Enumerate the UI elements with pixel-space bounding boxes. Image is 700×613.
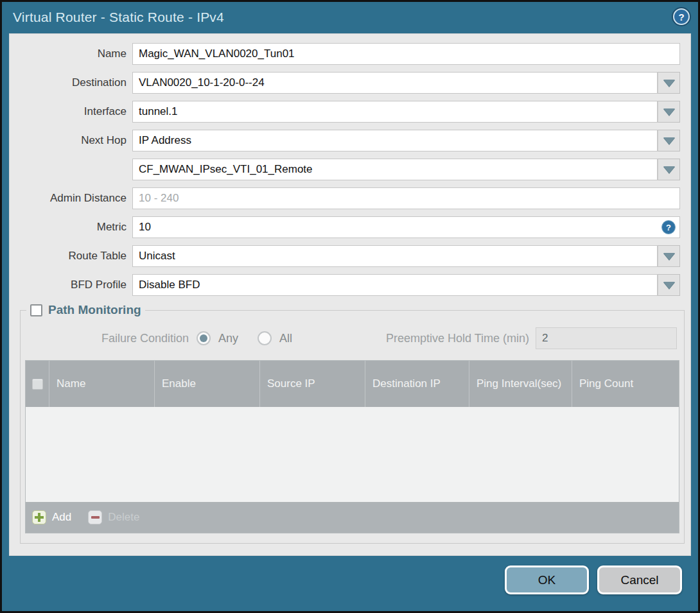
table-header-row: Name Enable Source IP Destination IP Pin… xyxy=(26,361,679,407)
dialog-body: Name Destination Interface xyxy=(9,33,691,556)
chevron-down-icon xyxy=(663,253,675,260)
dialog-title: Virtual Router - Static Route - IPv4 xyxy=(13,10,224,25)
route-table-label: Route Table xyxy=(10,250,132,263)
form-row-admin-distance: Admin Distance xyxy=(10,187,690,209)
name-input[interactable] xyxy=(132,43,680,65)
interface-label: Interface xyxy=(10,105,132,118)
chevron-down-icon xyxy=(663,166,675,173)
column-header-destination-ip[interactable]: Destination IP xyxy=(365,361,469,407)
minus-icon xyxy=(88,510,102,524)
chevron-down-icon xyxy=(663,282,675,289)
destination-dropdown-button[interactable] xyxy=(658,72,680,94)
form-row-metric: Metric ? xyxy=(10,216,690,238)
metric-label: Metric xyxy=(10,221,132,234)
cancel-button[interactable]: Cancel xyxy=(597,566,682,594)
metric-input[interactable] xyxy=(132,216,680,238)
chevron-down-icon xyxy=(663,80,675,87)
add-button-label: Add xyxy=(52,511,71,524)
column-header-source-ip[interactable]: Source IP xyxy=(259,361,365,407)
bfd-profile-dropdown-button[interactable] xyxy=(658,274,680,296)
help-icon[interactable]: ? xyxy=(673,8,690,25)
column-header-enable[interactable]: Enable xyxy=(154,361,259,407)
preemptive-hold-time-group: Preemptive Hold Time (min) xyxy=(386,327,679,349)
dialog-window: Virtual Router - Static Route - IPv4 ? N… xyxy=(0,0,700,613)
path-monitoring-group: Path Monitoring Failure Condition Any Al… xyxy=(20,303,685,544)
form-row-destination: Destination xyxy=(10,72,690,94)
delete-button-label: Delete xyxy=(108,511,139,524)
form-row-bfd-profile: BFD Profile xyxy=(10,274,690,296)
ok-button[interactable]: OK xyxy=(505,566,589,594)
destination-label: Destination xyxy=(10,76,132,89)
path-monitoring-table: Name Enable Source IP Destination IP Pin… xyxy=(25,360,679,533)
bfd-profile-input[interactable] xyxy=(132,274,658,296)
failure-condition-option-any[interactable]: Any xyxy=(197,331,238,345)
chevron-down-icon xyxy=(663,137,675,144)
admin-distance-label: Admin Distance xyxy=(10,192,132,205)
radio-any[interactable] xyxy=(197,331,211,345)
route-table-dropdown-button[interactable] xyxy=(658,245,680,267)
next-hop-label: Next Hop xyxy=(10,134,132,147)
preemptive-hold-time-label: Preemptive Hold Time (min) xyxy=(386,332,536,345)
table-footer-bar: Add Delete xyxy=(26,502,679,533)
preemptive-hold-time-input[interactable] xyxy=(536,327,677,349)
path-monitoring-checkbox[interactable] xyxy=(30,304,42,316)
chevron-down-icon xyxy=(663,108,675,116)
next-hop-type-dropdown-button[interactable] xyxy=(658,130,680,151)
radio-any-label: Any xyxy=(218,332,238,345)
admin-distance-input[interactable] xyxy=(132,187,680,209)
form-row-name: Name xyxy=(10,43,690,65)
bfd-profile-label: BFD Profile xyxy=(10,279,132,291)
path-monitoring-legend: Path Monitoring xyxy=(26,303,145,317)
failure-condition-option-all[interactable]: All xyxy=(258,331,292,345)
destination-input[interactable] xyxy=(132,72,658,94)
column-header-name[interactable]: Name xyxy=(49,361,154,407)
delete-button[interactable]: Delete xyxy=(88,510,139,524)
form-row-route-table: Route Table xyxy=(10,245,690,267)
next-hop-type-input[interactable] xyxy=(132,130,658,151)
form-row-interface: Interface xyxy=(10,101,690,123)
table-body-empty xyxy=(26,407,679,502)
select-all-checkbox[interactable] xyxy=(32,379,43,390)
route-table-input[interactable] xyxy=(132,245,658,267)
header-select-all-cell xyxy=(26,361,49,407)
radio-all[interactable] xyxy=(258,331,272,345)
failure-condition-label: Failure Condition xyxy=(25,332,197,345)
next-hop-address-dropdown-button[interactable] xyxy=(658,159,680,180)
plus-icon xyxy=(32,510,46,524)
radio-all-label: All xyxy=(279,332,292,345)
path-monitoring-title: Path Monitoring xyxy=(48,303,141,317)
failure-condition-row: Failure Condition Any All Preemptive Hol… xyxy=(25,327,679,349)
interface-dropdown-button[interactable] xyxy=(658,101,680,123)
add-button[interactable]: Add xyxy=(32,510,71,524)
form-row-next-hop: Next Hop xyxy=(10,130,690,151)
interface-input[interactable] xyxy=(132,101,658,123)
metric-help-icon[interactable]: ? xyxy=(661,220,676,234)
form-row-next-hop-address xyxy=(10,159,690,180)
column-header-ping-count[interactable]: Ping Count xyxy=(572,361,679,407)
name-label: Name xyxy=(10,47,132,60)
next-hop-address-input[interactable] xyxy=(132,159,658,180)
column-header-ping-interval[interactable]: Ping Interval(sec) xyxy=(469,361,572,407)
